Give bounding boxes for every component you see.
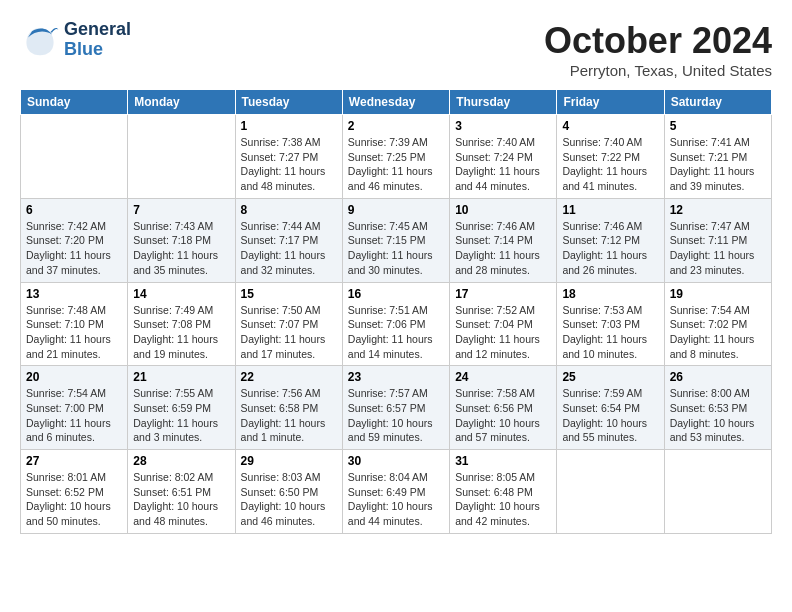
day-number: 15	[241, 287, 337, 301]
day-number: 12	[670, 203, 766, 217]
day-info: Sunrise: 7:46 AM Sunset: 7:12 PM Dayligh…	[562, 219, 658, 278]
calendar-table: SundayMondayTuesdayWednesdayThursdayFrid…	[20, 89, 772, 534]
calendar-week-row: 6Sunrise: 7:42 AM Sunset: 7:20 PM Daylig…	[21, 198, 772, 282]
day-info: Sunrise: 8:01 AM Sunset: 6:52 PM Dayligh…	[26, 470, 122, 529]
day-number: 14	[133, 287, 229, 301]
calendar-cell: 23Sunrise: 7:57 AM Sunset: 6:57 PM Dayli…	[342, 366, 449, 450]
day-info: Sunrise: 7:52 AM Sunset: 7:04 PM Dayligh…	[455, 303, 551, 362]
day-info: Sunrise: 7:39 AM Sunset: 7:25 PM Dayligh…	[348, 135, 444, 194]
calendar-cell: 26Sunrise: 8:00 AM Sunset: 6:53 PM Dayli…	[664, 366, 771, 450]
day-number: 5	[670, 119, 766, 133]
calendar-cell: 14Sunrise: 7:49 AM Sunset: 7:08 PM Dayli…	[128, 282, 235, 366]
day-info: Sunrise: 7:48 AM Sunset: 7:10 PM Dayligh…	[26, 303, 122, 362]
weekday-header-friday: Friday	[557, 90, 664, 115]
calendar-cell: 8Sunrise: 7:44 AM Sunset: 7:17 PM Daylig…	[235, 198, 342, 282]
day-number: 1	[241, 119, 337, 133]
calendar-cell: 28Sunrise: 8:02 AM Sunset: 6:51 PM Dayli…	[128, 450, 235, 534]
calendar-header-row: SundayMondayTuesdayWednesdayThursdayFrid…	[21, 90, 772, 115]
day-number: 22	[241, 370, 337, 384]
calendar-cell: 5Sunrise: 7:41 AM Sunset: 7:21 PM Daylig…	[664, 115, 771, 199]
calendar-cell: 25Sunrise: 7:59 AM Sunset: 6:54 PM Dayli…	[557, 366, 664, 450]
day-info: Sunrise: 7:50 AM Sunset: 7:07 PM Dayligh…	[241, 303, 337, 362]
calendar-week-row: 27Sunrise: 8:01 AM Sunset: 6:52 PM Dayli…	[21, 450, 772, 534]
day-number: 10	[455, 203, 551, 217]
calendar-cell: 7Sunrise: 7:43 AM Sunset: 7:18 PM Daylig…	[128, 198, 235, 282]
day-number: 4	[562, 119, 658, 133]
day-number: 29	[241, 454, 337, 468]
day-info: Sunrise: 8:05 AM Sunset: 6:48 PM Dayligh…	[455, 470, 551, 529]
calendar-cell: 21Sunrise: 7:55 AM Sunset: 6:59 PM Dayli…	[128, 366, 235, 450]
weekday-header-wednesday: Wednesday	[342, 90, 449, 115]
day-number: 11	[562, 203, 658, 217]
calendar-cell: 18Sunrise: 7:53 AM Sunset: 7:03 PM Dayli…	[557, 282, 664, 366]
calendar-cell: 9Sunrise: 7:45 AM Sunset: 7:15 PM Daylig…	[342, 198, 449, 282]
calendar-week-row: 1Sunrise: 7:38 AM Sunset: 7:27 PM Daylig…	[21, 115, 772, 199]
day-info: Sunrise: 7:44 AM Sunset: 7:17 PM Dayligh…	[241, 219, 337, 278]
calendar-cell: 6Sunrise: 7:42 AM Sunset: 7:20 PM Daylig…	[21, 198, 128, 282]
day-info: Sunrise: 7:53 AM Sunset: 7:03 PM Dayligh…	[562, 303, 658, 362]
day-number: 9	[348, 203, 444, 217]
logo: General Blue	[20, 20, 131, 60]
calendar-cell: 10Sunrise: 7:46 AM Sunset: 7:14 PM Dayli…	[450, 198, 557, 282]
day-info: Sunrise: 7:59 AM Sunset: 6:54 PM Dayligh…	[562, 386, 658, 445]
calendar-cell	[557, 450, 664, 534]
day-number: 25	[562, 370, 658, 384]
day-number: 27	[26, 454, 122, 468]
day-number: 2	[348, 119, 444, 133]
calendar-cell	[664, 450, 771, 534]
calendar-cell: 30Sunrise: 8:04 AM Sunset: 6:49 PM Dayli…	[342, 450, 449, 534]
day-info: Sunrise: 8:02 AM Sunset: 6:51 PM Dayligh…	[133, 470, 229, 529]
day-number: 7	[133, 203, 229, 217]
calendar-cell: 3Sunrise: 7:40 AM Sunset: 7:24 PM Daylig…	[450, 115, 557, 199]
day-number: 26	[670, 370, 766, 384]
day-info: Sunrise: 7:47 AM Sunset: 7:11 PM Dayligh…	[670, 219, 766, 278]
day-number: 6	[26, 203, 122, 217]
day-info: Sunrise: 7:54 AM Sunset: 7:02 PM Dayligh…	[670, 303, 766, 362]
calendar-cell	[128, 115, 235, 199]
page-header: General Blue October 2024 Perryton, Texa…	[20, 20, 772, 79]
calendar-cell: 15Sunrise: 7:50 AM Sunset: 7:07 PM Dayli…	[235, 282, 342, 366]
day-info: Sunrise: 7:51 AM Sunset: 7:06 PM Dayligh…	[348, 303, 444, 362]
day-info: Sunrise: 7:38 AM Sunset: 7:27 PM Dayligh…	[241, 135, 337, 194]
calendar-cell: 31Sunrise: 8:05 AM Sunset: 6:48 PM Dayli…	[450, 450, 557, 534]
calendar-cell: 22Sunrise: 7:56 AM Sunset: 6:58 PM Dayli…	[235, 366, 342, 450]
day-info: Sunrise: 7:40 AM Sunset: 7:22 PM Dayligh…	[562, 135, 658, 194]
day-info: Sunrise: 7:46 AM Sunset: 7:14 PM Dayligh…	[455, 219, 551, 278]
logo-icon	[20, 20, 60, 60]
calendar-cell: 1Sunrise: 7:38 AM Sunset: 7:27 PM Daylig…	[235, 115, 342, 199]
day-info: Sunrise: 8:03 AM Sunset: 6:50 PM Dayligh…	[241, 470, 337, 529]
day-number: 30	[348, 454, 444, 468]
calendar-cell: 19Sunrise: 7:54 AM Sunset: 7:02 PM Dayli…	[664, 282, 771, 366]
day-info: Sunrise: 7:42 AM Sunset: 7:20 PM Dayligh…	[26, 219, 122, 278]
logo-blue: Blue	[64, 40, 131, 60]
weekday-header-tuesday: Tuesday	[235, 90, 342, 115]
day-number: 24	[455, 370, 551, 384]
day-number: 23	[348, 370, 444, 384]
calendar-cell: 2Sunrise: 7:39 AM Sunset: 7:25 PM Daylig…	[342, 115, 449, 199]
day-info: Sunrise: 7:54 AM Sunset: 7:00 PM Dayligh…	[26, 386, 122, 445]
calendar-cell	[21, 115, 128, 199]
day-number: 13	[26, 287, 122, 301]
day-number: 8	[241, 203, 337, 217]
calendar-week-row: 20Sunrise: 7:54 AM Sunset: 7:00 PM Dayli…	[21, 366, 772, 450]
day-info: Sunrise: 7:41 AM Sunset: 7:21 PM Dayligh…	[670, 135, 766, 194]
subtitle: Perryton, Texas, United States	[544, 62, 772, 79]
calendar-cell: 4Sunrise: 7:40 AM Sunset: 7:22 PM Daylig…	[557, 115, 664, 199]
day-info: Sunrise: 7:40 AM Sunset: 7:24 PM Dayligh…	[455, 135, 551, 194]
calendar-cell: 20Sunrise: 7:54 AM Sunset: 7:00 PM Dayli…	[21, 366, 128, 450]
calendar-cell: 17Sunrise: 7:52 AM Sunset: 7:04 PM Dayli…	[450, 282, 557, 366]
calendar-cell: 13Sunrise: 7:48 AM Sunset: 7:10 PM Dayli…	[21, 282, 128, 366]
weekday-header-saturday: Saturday	[664, 90, 771, 115]
day-number: 3	[455, 119, 551, 133]
calendar-cell: 29Sunrise: 8:03 AM Sunset: 6:50 PM Dayli…	[235, 450, 342, 534]
weekday-header-monday: Monday	[128, 90, 235, 115]
day-number: 20	[26, 370, 122, 384]
day-info: Sunrise: 7:58 AM Sunset: 6:56 PM Dayligh…	[455, 386, 551, 445]
calendar-cell: 16Sunrise: 7:51 AM Sunset: 7:06 PM Dayli…	[342, 282, 449, 366]
calendar-cell: 12Sunrise: 7:47 AM Sunset: 7:11 PM Dayli…	[664, 198, 771, 282]
day-info: Sunrise: 8:04 AM Sunset: 6:49 PM Dayligh…	[348, 470, 444, 529]
calendar-cell: 11Sunrise: 7:46 AM Sunset: 7:12 PM Dayli…	[557, 198, 664, 282]
calendar-cell: 24Sunrise: 7:58 AM Sunset: 6:56 PM Dayli…	[450, 366, 557, 450]
day-info: Sunrise: 7:56 AM Sunset: 6:58 PM Dayligh…	[241, 386, 337, 445]
day-number: 16	[348, 287, 444, 301]
